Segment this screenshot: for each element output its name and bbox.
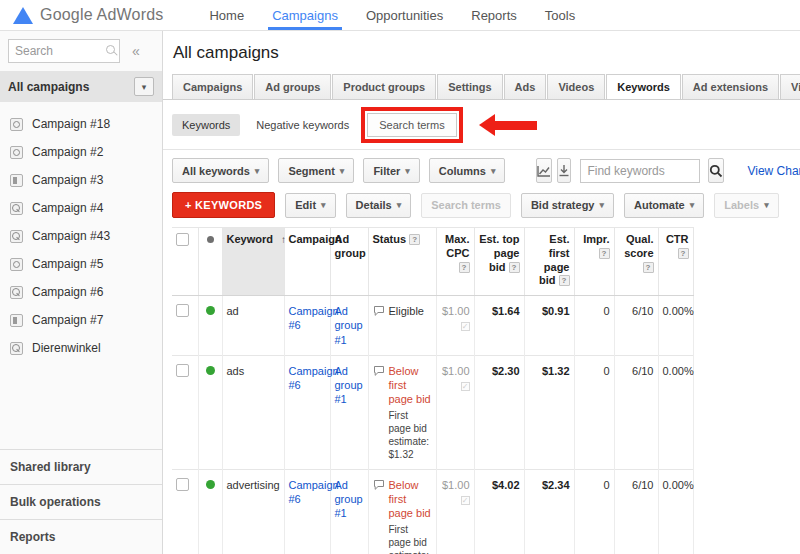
- nav-item-campaigns[interactable]: Campaigns: [258, 0, 352, 30]
- segment-dropdown-button[interactable]: Segment▾: [278, 158, 354, 183]
- sidebar-item-campaign-7[interactable]: Campaign #7: [0, 306, 162, 334]
- speech-bubble-icon: [373, 365, 385, 376]
- sidebar-item-campaign-2[interactable]: Campaign #2: [0, 138, 162, 166]
- status-text: Eligible: [389, 304, 424, 318]
- column-header-estfirst[interactable]: Est. first page bid?: [524, 228, 574, 296]
- tab-ad-groups[interactable]: Ad groups: [254, 74, 331, 100]
- ad-group-link[interactable]: Ad group #1: [335, 305, 363, 346]
- column-header-maxcpc[interactable]: Max. CPC?: [436, 228, 474, 296]
- sidebar-footer-shared-library[interactable]: Shared library: [0, 449, 162, 484]
- details-button[interactable]: Details▾: [346, 193, 412, 218]
- chevron-down-icon: ▾: [321, 200, 326, 210]
- nav-item-tools[interactable]: Tools: [531, 0, 589, 30]
- sidebar-item-campaign-18[interactable]: Campaign #18: [0, 110, 162, 138]
- subtab-bar: KeywordsNegative keywordsSearch terms: [163, 100, 800, 149]
- brand[interactable]: Google AdWords: [13, 0, 163, 30]
- column-header-esttop[interactable]: Est. top page bid?: [474, 228, 524, 296]
- help-icon[interactable]: ?: [409, 234, 420, 245]
- tab-video-targeting[interactable]: Video targeting: [780, 74, 800, 100]
- status-subtext: First page bid estimate: $1.32: [389, 409, 432, 461]
- cell-est-first-page-bid: $1.32: [524, 355, 574, 469]
- shell: « All campaigns ▾ Campaign #18Campaign #…: [0, 31, 800, 554]
- tab-product-groups[interactable]: Product groups: [332, 74, 436, 100]
- column-header-campaign[interactable]: Campaign: [284, 228, 330, 296]
- download-button[interactable]: [557, 158, 571, 183]
- tab-ad-extensions[interactable]: Ad extensions: [682, 74, 779, 100]
- enhanced-cpc-checkbox-icon: ✓: [461, 496, 470, 505]
- edit-button[interactable]: Edit▾: [285, 193, 335, 218]
- columns-dropdown-button[interactable]: Columns▾: [429, 158, 506, 183]
- tab-ads[interactable]: Ads: [504, 74, 547, 100]
- cell-campaign: Campaign #6: [284, 296, 330, 356]
- ad-group-link[interactable]: Ad group #1: [335, 479, 363, 520]
- column-header-adgroup[interactable]: Ad group: [330, 228, 368, 296]
- sidebar-item-campaign-3[interactable]: Campaign #3: [0, 166, 162, 194]
- help-icon[interactable]: ?: [599, 248, 610, 259]
- tab-campaigns[interactable]: Campaigns: [172, 74, 253, 100]
- campaign-label: Dierenwinkel: [32, 341, 101, 355]
- find-keywords-input[interactable]: [580, 159, 700, 183]
- column-header-dot[interactable]: [198, 228, 222, 296]
- search-icon: [106, 45, 115, 54]
- view-change-history-link[interactable]: View Change History: [747, 164, 800, 178]
- tab-keywords[interactable]: Keywords: [606, 74, 681, 100]
- sidebar-item-campaign-6[interactable]: Campaign #6: [0, 278, 162, 306]
- column-header-qual[interactable]: Qual. score?: [614, 228, 658, 296]
- subtab-search-terms[interactable]: Search terms: [367, 113, 456, 137]
- help-icon[interactable]: ?: [459, 262, 470, 273]
- sidebar-item-dierenwinkel[interactable]: Dierenwinkel: [0, 334, 162, 362]
- nav-item-home[interactable]: Home: [195, 0, 258, 30]
- enhanced-cpc-checkbox-icon: ✓: [461, 382, 470, 391]
- column-header-check[interactable]: [172, 228, 198, 296]
- download-icon: [558, 164, 570, 177]
- sidebar-item-campaign-4[interactable]: Campaign #4: [0, 194, 162, 222]
- automate-button[interactable]: Automate▾: [624, 193, 704, 218]
- keywords-table-body: adCampaign #6Ad group #1Eligible$1.00✓$1…: [172, 296, 693, 554]
- sidebar-footer-reports[interactable]: Reports: [0, 519, 162, 554]
- select-all-checkbox[interactable]: [176, 233, 189, 246]
- all-keywords-dropdown-button[interactable]: All keywords▾: [172, 158, 269, 183]
- help-icon[interactable]: ?: [678, 248, 689, 259]
- button-label: Labels: [724, 199, 759, 211]
- chevron-down-icon: ▾: [599, 200, 604, 210]
- table-header-row: Keyword↑CampaignAd groupStatus?Max. CPC?…: [172, 228, 693, 296]
- column-label: Max. CPC: [445, 233, 469, 259]
- cell-status-dot: [198, 355, 222, 469]
- help-icon[interactable]: ?: [643, 262, 654, 273]
- row-checkbox[interactable]: [176, 304, 189, 317]
- column-header-impr[interactable]: Impr.?: [574, 228, 614, 296]
- collapse-sidebar-button[interactable]: «: [132, 43, 140, 59]
- chevron-down-icon[interactable]: ▾: [134, 77, 154, 96]
- column-header-ctr[interactable]: CTR?: [658, 228, 693, 296]
- primary-nav: HomeCampaignsOpportunitiesReportsTools: [195, 0, 589, 30]
- sidebar-footer-bulk-operations[interactable]: Bulk operations: [0, 484, 162, 519]
- speech-bubble-icon: [373, 479, 385, 490]
- column-header-keyword[interactable]: Keyword↑: [222, 228, 284, 296]
- sidebar-search-input[interactable]: [8, 39, 120, 63]
- adwords-app: Google AdWords HomeCampaignsOpportunitie…: [0, 0, 800, 554]
- status-subtext: First page bid estimate: $2.34: [389, 523, 432, 554]
- nav-item-opportunities[interactable]: Opportunities: [352, 0, 457, 30]
- column-header-status[interactable]: Status?: [368, 228, 436, 296]
- search-submit-button[interactable]: [708, 158, 724, 183]
- sidebar-all-campaigns-header[interactable]: All campaigns ▾: [0, 71, 162, 102]
- help-icon[interactable]: ?: [509, 262, 520, 273]
- subtab-keywords[interactable]: Keywords: [172, 114, 240, 136]
- nav-item-reports[interactable]: Reports: [457, 0, 531, 30]
- chart-button[interactable]: [536, 158, 552, 183]
- tab-settings[interactable]: Settings: [437, 74, 502, 100]
- ad-group-link[interactable]: Ad group #1: [335, 365, 363, 406]
- sidebar-item-campaign-43[interactable]: Campaign #43: [0, 222, 162, 250]
- sidebar-item-campaign-5[interactable]: Campaign #5: [0, 250, 162, 278]
- chevron-down-icon: ▾: [255, 166, 260, 176]
- help-icon[interactable]: ?: [559, 275, 570, 286]
- cell-impressions: 0: [574, 355, 614, 469]
- row-checkbox[interactable]: [176, 364, 189, 377]
- bid-strategy-button[interactable]: Bid strategy▾: [521, 193, 614, 218]
- row-checkbox[interactable]: [176, 478, 189, 491]
- button-label: Automate: [634, 199, 685, 211]
- tab-videos[interactable]: Videos: [547, 74, 605, 100]
- add-keywords-button[interactable]: + KEYWORDS: [172, 192, 275, 218]
- subtab-negative-keywords[interactable]: Negative keywords: [254, 114, 351, 136]
- filter-dropdown-button[interactable]: Filter▾: [363, 158, 419, 183]
